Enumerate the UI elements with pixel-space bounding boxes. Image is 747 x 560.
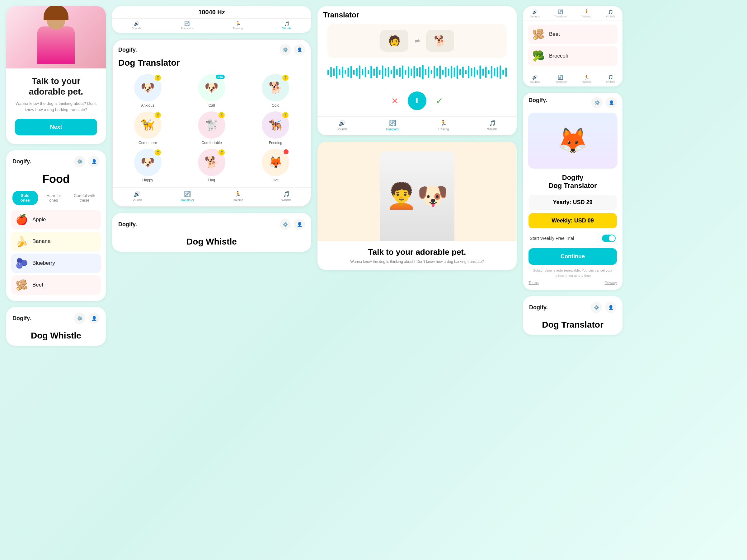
sounds-food2b-label: Sounds [530, 80, 540, 83]
continue-button[interactable]: Continue [529, 248, 617, 265]
food-item-beet2[interactable]: 🫚 Beet [528, 25, 618, 44]
nav-whistle-food2[interactable]: 🎵 Whistle [606, 9, 615, 18]
food-item-banana[interactable]: 🍌 Banana [11, 232, 101, 251]
food-item-apple[interactable]: 🍎 Apple [11, 210, 101, 229]
next-button[interactable]: Next [15, 119, 97, 135]
weekly-price-label: Weekly: USD 09 [551, 217, 594, 224]
profile-icon[interactable]: 👤 [88, 156, 100, 167]
sound-item-happy[interactable]: 🐶 🏅 Happy [118, 149, 178, 182]
svg-rect-52 [476, 70, 478, 75]
svg-rect-11 [359, 65, 360, 79]
profile-icon-sub[interactable]: 👤 [606, 97, 617, 108]
nav-whistle-main[interactable]: 🎵 Whistle [281, 191, 292, 202]
nav-training-text: Training [232, 198, 243, 202]
nav-whistle-translator-text: Whistle [487, 128, 498, 131]
nav-translator-whistle[interactable]: 🔄 Translator [181, 21, 193, 30]
nav-whistle-active[interactable]: 🎵 Whistle [282, 21, 292, 30]
pause-icon: ⏸ [414, 97, 420, 105]
nav-sounds-main[interactable]: 🔊 Sounds [132, 191, 142, 202]
svg-rect-24 [396, 69, 398, 75]
svg-rect-54 [483, 69, 484, 76]
svg-rect-43 [451, 66, 452, 78]
profile-icon-whistle-bottom[interactable]: 👤 [294, 219, 305, 230]
nav-translator-food2[interactable]: 🔄 Translator [554, 9, 567, 18]
nav-training-food2[interactable]: 🏃 Training [582, 9, 591, 18]
profile-icon-main[interactable]: 👤 [294, 44, 305, 55]
settings-icon-whistle[interactable]: ⚙️ [74, 313, 85, 324]
settings-icon-sub[interactable]: ⚙️ [591, 97, 602, 108]
nav-translator-main[interactable]: 🔄 Translator [180, 191, 194, 202]
training-food2-icon: 🏃 [584, 9, 589, 14]
privacy-link[interactable]: Privacy [605, 281, 617, 285]
sound-item-anxious[interactable]: 🐶 🏅 Anxious [118, 74, 178, 108]
badge-anxious: 🏅 [155, 75, 161, 81]
food-item-broccoli[interactable]: 🥦 Broccoli [528, 46, 618, 65]
sound-item-hug[interactable]: 🐕 🏅 Hug [181, 149, 241, 182]
whistle-bottom-content: Dog Whistle [112, 232, 311, 252]
sound-item-call[interactable]: 🐶 New Call [181, 74, 241, 108]
sounds-food2-icon: 🔊 [532, 9, 538, 14]
sound-item-hot[interactable]: 🦊 ! Hot [246, 149, 306, 182]
terms-link[interactable]: Terms [529, 281, 539, 285]
svg-rect-23 [393, 66, 395, 78]
column-4: 🔊 Sounds 🔄 Translator 🏃 Training 🎵 Whist… [523, 6, 622, 554]
trial-toggle[interactable] [602, 235, 616, 242]
nav-translator-active[interactable]: 🔄 Translator [386, 120, 400, 131]
sound-label-call: Call [209, 103, 215, 108]
nav-whistle-translator[interactable]: 🎵 Whistle [487, 120, 498, 131]
waveform-svg [328, 64, 507, 80]
training-icon: 🏃 [235, 21, 240, 26]
tab-harmful-ones[interactable]: Harmful ones [42, 191, 66, 205]
nav-training-food2-b[interactable]: 🏃 Training [582, 75, 591, 83]
header-icons: ⚙️ 👤 [74, 156, 100, 167]
svg-rect-17 [376, 66, 378, 78]
svg-rect-36 [431, 70, 432, 74]
pause-button[interactable]: ⏸ [408, 91, 427, 110]
cancel-button[interactable]: ✕ [391, 96, 398, 106]
nav-sounds-food2-b[interactable]: 🔊 Sounds [530, 75, 540, 83]
badge-feeding: 🏅 [282, 112, 288, 118]
tab-safe-ones[interactable]: Safe ones [12, 191, 38, 205]
nav-training-translator[interactable]: 🏃 Training [438, 120, 449, 131]
svg-rect-33 [422, 65, 423, 80]
dogify-logo-whistle: Dogify. [12, 315, 31, 322]
man-with-dog-illustration: 🧑‍🦱🐶 [380, 151, 455, 241]
nav-training-main[interactable]: 🏃 Training [232, 191, 243, 202]
food-item-blueberry[interactable]: 🫐 Blueberry [11, 254, 101, 273]
food-item-beet[interactable]: 🫚 Beet [11, 275, 101, 295]
translator-label: Translator [181, 27, 193, 30]
nav-sounds-food2[interactable]: 🔊 Sounds [530, 9, 540, 18]
settings-icon-translator-small[interactable]: ⚙️ [591, 302, 602, 313]
yearly-price-row[interactable]: Yearly: USD 29 [529, 195, 617, 210]
svg-rect-46 [459, 69, 461, 75]
translator-small-icons: ⚙️ 👤 [591, 302, 616, 313]
sound-circle-cold: 🐕 🏅 [262, 74, 289, 101]
dog-translator-card: Dogify. ⚙️ 👤 Dog Translator 🐶 🏅 Anxious [112, 39, 311, 207]
banana-icon: 🍌 [16, 236, 28, 247]
svg-rect-3 [336, 65, 338, 79]
nav-sounds-translator[interactable]: 🔊 Sounds [337, 120, 347, 131]
weekly-price-row[interactable]: Weekly: USD 09 [529, 213, 617, 229]
badge-comfortable: 🏅 [218, 112, 225, 118]
sound-item-cold[interactable]: 🐕 🏅 Cold [246, 74, 306, 108]
svg-rect-10 [356, 68, 358, 77]
sound-item-comfortable[interactable]: 🐩 🏅 Comfortable [181, 111, 241, 145]
translator-bottom-nav: 🔊 Sounds 🔄 Translator 🏃 Training 🎵 Whist… [113, 187, 311, 206]
nav-training-whistle[interactable]: 🏃 Training [233, 21, 243, 30]
profile-icon-translator-small[interactable]: 👤 [605, 302, 616, 313]
translator-title-section: Dog Translator [113, 58, 311, 72]
sound-item-feeding[interactable]: 🐕‍🦺 🏅 Feeding [246, 111, 306, 145]
nav-whistle-food2-b[interactable]: 🎵 Whistle [606, 75, 615, 83]
trial-label: Start Weekly Free Trial [530, 236, 574, 241]
settings-icon[interactable]: ⚙️ [74, 156, 85, 167]
nav-translator-food2-b[interactable]: 🔄 Translator [554, 75, 567, 83]
settings-icon-main[interactable]: ⚙️ [280, 44, 291, 55]
translator-food2b-label: Translator [554, 80, 567, 83]
sound-item-come-here[interactable]: 🦮 🏅 Come here [118, 111, 178, 145]
confirm-button[interactable]: ✓ [436, 96, 443, 106]
nav-sounds-whistle[interactable]: 🔊 Sounds [132, 21, 141, 30]
profile-icon-whistle[interactable]: 👤 [88, 313, 100, 324]
settings-icon-whistle-bottom[interactable]: ⚙️ [280, 219, 291, 230]
sub-title: DogifyDog Translator [529, 174, 617, 190]
tab-careful[interactable]: Careful with these [70, 191, 100, 205]
